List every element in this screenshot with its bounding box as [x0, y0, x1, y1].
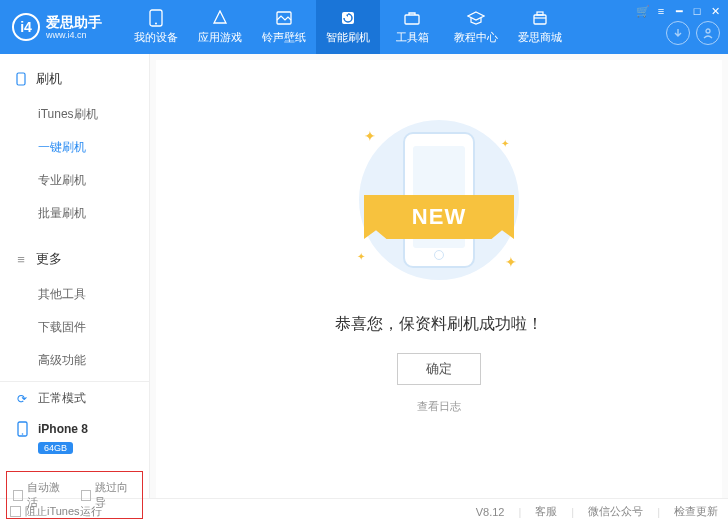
nav-toolbox[interactable]: 工具箱: [380, 0, 444, 54]
footer-update[interactable]: 检查更新: [674, 504, 718, 519]
view-log-link[interactable]: 查看日志: [417, 399, 461, 414]
apps-icon: [211, 9, 229, 27]
svg-rect-6: [537, 12, 543, 15]
user-icon[interactable]: [696, 21, 720, 45]
svg-point-7: [706, 29, 710, 33]
sidebar-item-other-tools[interactable]: 其他工具: [0, 278, 149, 311]
nav-ringtones[interactable]: 铃声壁纸: [252, 0, 316, 54]
nav-apps[interactable]: 应用游戏: [188, 0, 252, 54]
confirm-button[interactable]: 确定: [397, 353, 481, 385]
flash-icon: [339, 9, 357, 27]
svg-rect-8: [17, 73, 25, 85]
nav-mall[interactable]: 爱思商城: [508, 0, 572, 54]
phone-icon: [147, 9, 165, 27]
main-nav: 我的设备 应用游戏 铃声壁纸 智能刷机 工具箱 教程中心 爱思商城: [124, 0, 572, 54]
sidebar-item-pro-flash[interactable]: 专业刷机: [0, 164, 149, 197]
nav-tutorials[interactable]: 教程中心: [444, 0, 508, 54]
main-panel: ✦ ✦ ✦ ✦ NEW 恭喜您，保资料刷机成功啦！ 确定 查看日志: [150, 54, 728, 498]
storage-badge: 64GB: [38, 442, 73, 454]
sidebar-item-batch-flash[interactable]: 批量刷机: [0, 197, 149, 230]
nav-flash[interactable]: 智能刷机: [316, 0, 380, 54]
refresh-icon: ⟳: [14, 391, 30, 407]
sparkle-icon: ✦: [364, 128, 376, 144]
mall-icon: [531, 9, 549, 27]
new-ribbon: NEW: [364, 195, 514, 239]
logo-url: www.i4.cn: [46, 31, 102, 40]
footer-wechat[interactable]: 微信公众号: [588, 504, 643, 519]
sidebar-section-flash[interactable]: 刷机: [0, 64, 149, 94]
app-header: i4 爱思助手 www.i4.cn 我的设备 应用游戏 铃声壁纸 智能刷机 工具…: [0, 0, 728, 54]
logo-title: 爱思助手: [46, 15, 102, 29]
tutorial-icon: [467, 9, 485, 27]
sidebar-section-more[interactable]: ≡ 更多: [0, 244, 149, 274]
iphone-icon: [14, 421, 30, 437]
more-icon: ≡: [14, 252, 28, 267]
device-info[interactable]: iPhone 8 64GB: [0, 415, 149, 465]
version-label: V8.12: [476, 506, 505, 518]
toolbox-icon: [403, 9, 421, 27]
sidebar-item-download-firmware[interactable]: 下载固件: [0, 311, 149, 344]
download-icon[interactable]: [666, 21, 690, 45]
footer-support[interactable]: 客服: [535, 504, 557, 519]
svg-point-1: [155, 23, 157, 25]
sidebar-item-advanced[interactable]: 高级功能: [0, 344, 149, 377]
sparkle-icon: ✦: [505, 254, 517, 270]
logo: i4 爱思助手 www.i4.cn: [0, 13, 114, 41]
sidebar-item-oneclick-flash[interactable]: 一键刷机: [0, 131, 149, 164]
sparkle-icon: ✦: [357, 251, 365, 262]
cart-icon[interactable]: 🛒: [636, 4, 650, 18]
device-mode[interactable]: ⟳ 正常模式: [0, 382, 149, 415]
device-icon: [14, 72, 28, 86]
nav-my-device[interactable]: 我的设备: [124, 0, 188, 54]
sidebar-item-itunes-flash[interactable]: iTunes刷机: [0, 98, 149, 131]
logo-badge-icon: i4: [12, 13, 40, 41]
sidebar: 刷机 iTunes刷机 一键刷机 专业刷机 批量刷机 ≡ 更多 其他工具 下载固…: [0, 54, 150, 498]
sparkle-icon: ✦: [501, 138, 509, 149]
checkbox-block-itunes[interactable]: 阻止iTunes运行: [10, 504, 102, 519]
success-illustration: ✦ ✦ ✦ ✦ NEW: [329, 110, 549, 290]
svg-rect-5: [534, 15, 546, 24]
svg-rect-4: [405, 15, 419, 24]
success-message: 恭喜您，保资料刷机成功啦！: [335, 314, 543, 335]
wallpaper-icon: [275, 9, 293, 27]
svg-point-10: [21, 433, 23, 435]
